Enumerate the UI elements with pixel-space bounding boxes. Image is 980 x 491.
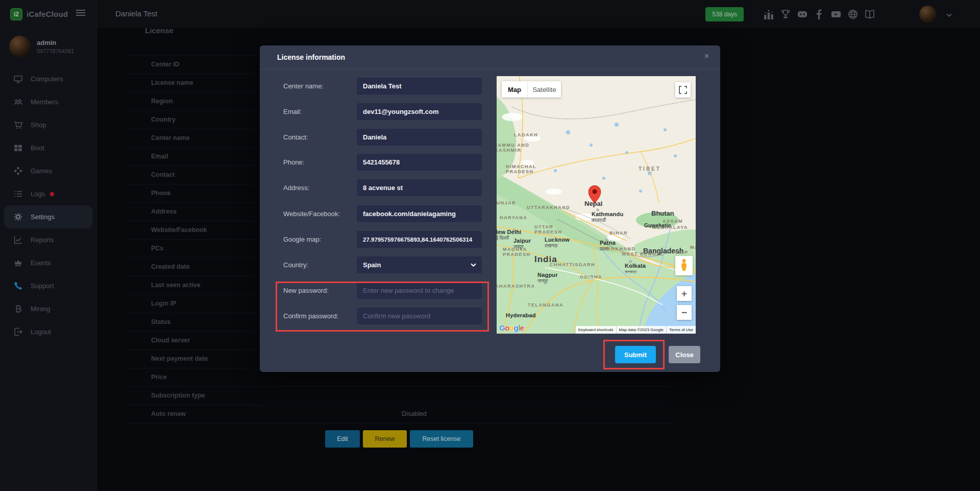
google-map[interactable]: LADAKH JAMMU AND KASHMIR HIMACHAL PRADES… [497,76,696,334]
license-information-modal: License information × Center name: Email… [260,45,720,372]
avatar[interactable] [919,6,937,23]
chart-icon [13,236,22,245]
contact-input[interactable] [357,129,482,146]
website-facebook-input[interactable] [357,205,482,222]
topbar: Daniela Test 538 days [97,0,980,28]
logs-alert-dot [50,192,54,196]
sidebar-menu: Computers Members Shop Boot Games Logs S… [0,67,96,343]
sidebar-item-logs[interactable]: Logs [0,182,96,205]
contact-label: Contact: [283,129,308,146]
reset-license-button[interactable]: Reset license [410,430,473,448]
sidebar-item-settings[interactable]: Settings [4,205,92,228]
user-profile[interactable]: admin 097778704381 [9,36,74,57]
sidebar-item-events[interactable]: Events [0,251,96,274]
user-name: admin [37,39,74,46]
new-password-input[interactable] [357,282,482,299]
windows-icon [13,144,22,153]
email-field[interactable] [357,103,482,120]
satellite-view-button[interactable]: Satellite [527,81,561,98]
close-icon[interactable]: × [704,52,709,61]
close-button[interactable]: Close [669,346,700,363]
modal-title: License information [277,53,345,61]
auto-renew-value: Disabled [402,410,427,417]
avatar [9,36,31,57]
modal-header: License information × [260,45,720,69]
zoom-out-button[interactable]: − [677,305,692,320]
sidebar-item-computers[interactable]: Computers [0,67,96,90]
renew-button[interactable]: Renew [363,430,407,448]
new-password-row: New password: [283,282,498,299]
sidebar: i2 iCafeCloud admin 097778704381 Compute… [0,0,97,491]
license-days-badge[interactable]: 538 days [705,7,744,21]
map-view-button[interactable]: Map [502,81,527,98]
website-facebook-label: Website/Facebook: [283,205,340,222]
people-icon [13,98,22,107]
center-name-input[interactable] [357,78,482,95]
globe-icon[interactable] [848,9,858,19]
youtube-icon[interactable] [831,9,841,19]
phone-input[interactable] [357,154,482,171]
license-heading: License [145,28,174,35]
chevron-down-icon[interactable] [946,10,952,19]
edit-button[interactable]: Edit [325,430,360,448]
page-title: Daniela Test [115,9,157,18]
discord-icon[interactable] [797,9,807,19]
fullscreen-button[interactable] [675,82,691,98]
website-row: Website/Facebook: [283,205,498,222]
google-map-row: Google map: [283,231,498,248]
phone-row: Phone: [283,154,498,171]
map-type-control: Map Satellite [502,81,561,98]
address-row: Address: [283,179,498,196]
map-data-label: Map data ©2023 Google [616,326,666,334]
center-name-row: Center name: [283,78,498,95]
sidebar-item-members[interactable]: Members [0,90,96,113]
phone-label: Phone: [283,154,304,171]
monitor-icon [13,75,22,84]
map-attribution: Keyboard shortcuts Map data ©2023 Google… [575,326,696,334]
submit-button[interactable]: Submit [615,346,656,363]
map-terrain [497,76,696,334]
table-row: Subscription type [128,387,671,405]
sidebar-item-mining[interactable]: Mining [0,297,96,320]
ranking-icon[interactable] [764,9,774,19]
gamepad-icon [13,167,22,176]
address-input[interactable] [357,179,482,196]
brand-logo-icon: i2 [10,8,22,20]
zoom-in-button[interactable]: + [677,286,692,301]
country-select[interactable]: Spain [357,256,482,273]
keyboard-shortcuts-link[interactable]: Keyboard shortcuts [575,326,616,334]
brand-name: iCafeCloud [27,10,68,18]
google-logo: Google [499,323,524,332]
address-label: Address: [283,179,309,196]
sidebar-item-logout[interactable]: Logout [0,320,96,343]
table-row-auto-renew: Auto renewDisabled [128,405,671,424]
google-map-input[interactable] [357,231,482,248]
sidebar-item-shop[interactable]: Shop [0,113,96,136]
confirm-password-row: Confirm password: [283,308,498,324]
sidebar-item-reports[interactable]: Reports [0,228,96,251]
country-label: Country: [283,256,308,273]
crown-icon [13,259,22,268]
center-name-label: Center name: [283,78,324,95]
contact-row: Contact: [283,129,498,146]
phone-icon [13,282,22,291]
sidebar-item-boot[interactable]: Boot [0,136,96,159]
terms-of-use-link[interactable]: Terms of Use [666,326,696,334]
hamburger-menu-icon[interactable] [76,12,85,13]
pegman-streetview-control[interactable] [675,256,693,275]
book-icon[interactable] [865,9,875,19]
logo-row: i2 iCafeCloud [0,0,96,28]
email-row: Email: [283,103,498,120]
cart-icon [13,121,22,130]
trophy-icon[interactable] [780,9,791,19]
sidebar-item-support[interactable]: Support [0,274,96,297]
country-row: Country: Spain [283,256,498,273]
google-map-label: Google map: [283,231,321,248]
confirm-password-label: Confirm password: [283,308,338,324]
sidebar-item-games[interactable]: Games [0,159,96,182]
facebook-icon[interactable] [814,9,824,19]
gear-icon [13,213,22,222]
confirm-password-input[interactable] [357,308,482,324]
bitcoin-icon [13,305,22,314]
logout-icon [13,328,22,337]
